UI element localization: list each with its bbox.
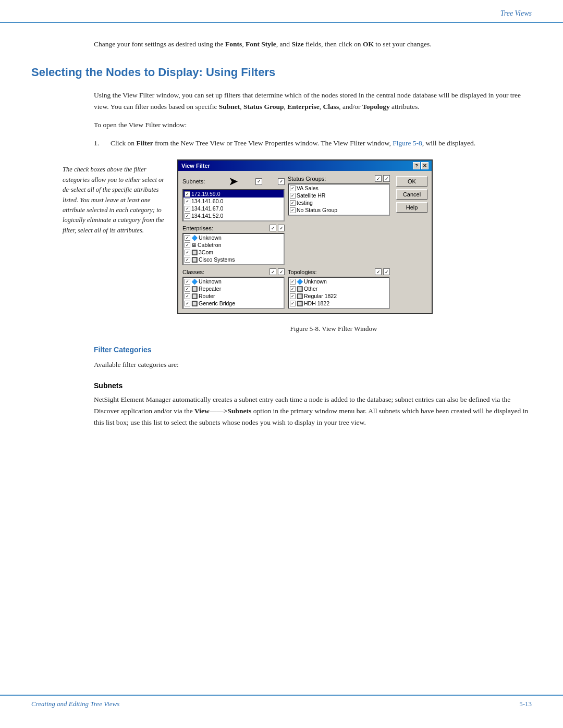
cls-item-2[interactable]: 🔲 Repeater xyxy=(183,285,284,292)
footer-page-number: 5-13 xyxy=(519,700,532,708)
vfw-status-list[interactable]: VA Sales Satellite HR testing xyxy=(288,183,390,216)
vfw-status-header: Status Groups: xyxy=(288,175,390,182)
figure-link[interactable]: Figure 5-8 xyxy=(393,139,422,147)
stat-item-cb-4[interactable] xyxy=(290,207,296,213)
cls-item-1[interactable]: 🔷 Unknown xyxy=(183,278,284,285)
stat-item-3[interactable]: testing xyxy=(289,199,389,206)
vfw-left-col: Subnets: ➤ xyxy=(182,175,285,309)
cls-item-cb-1[interactable] xyxy=(185,279,190,285)
cls-item-cb-4[interactable] xyxy=(185,301,190,306)
subnet-cb1[interactable] xyxy=(255,178,262,185)
cls-item-cb-2[interactable] xyxy=(185,286,190,292)
vfw-enterprises-checks xyxy=(270,225,285,231)
subnet-item-1[interactable]: 172.19.59.0 xyxy=(183,190,284,198)
top-cb2[interactable] xyxy=(383,268,390,275)
body-paragraph-1: Using the View Filter window, you can se… xyxy=(94,90,532,113)
available-text: Available filter categories are: xyxy=(94,359,532,371)
cls-cb2[interactable] xyxy=(278,268,285,275)
step-number: 1. xyxy=(94,138,104,149)
header-title: Tree Views xyxy=(500,9,532,18)
cls-item-3[interactable]: 🔲 Router xyxy=(183,292,284,300)
vfw-enterprises-panel: Enterprises: 🔷 Unknown xyxy=(182,225,285,265)
vfw-title: View Filter xyxy=(181,163,210,169)
figure-area: The check boxes above the filter categor… xyxy=(63,159,532,314)
vfw-right-col: Status Groups: VA Sales xyxy=(288,175,390,309)
ent-item-cb-4[interactable] xyxy=(185,257,190,263)
vfw-topologies-header: Topologies: xyxy=(288,268,390,275)
cls-item-4[interactable]: 🔲 Generic Bridge xyxy=(183,300,284,307)
to-open-text: To open the View Filter window: xyxy=(94,121,532,129)
ent-item-cb-1[interactable] xyxy=(185,235,190,241)
top-item-1[interactable]: 🔷 Unknown xyxy=(289,278,389,285)
vfw-classes-header: Classes: xyxy=(182,268,285,275)
vfw-subnets-list[interactable]: 172.19.59.0 134.141.60.0 134.141.67.0 xyxy=(182,189,285,221)
top-item-cb-3[interactable] xyxy=(290,293,296,299)
cls-item-cb-3[interactable] xyxy=(185,293,190,299)
subnet-item-2[interactable]: 134.141.60.0 xyxy=(183,198,284,205)
subnet-item-cb-2[interactable] xyxy=(185,199,190,204)
figure-note: The check boxes above the filter categor… xyxy=(63,159,167,236)
vfw-status-checks xyxy=(375,175,390,182)
page: Tree Views Change your font settings as … xyxy=(0,0,563,728)
subnet-item-cb-1[interactable] xyxy=(185,191,190,197)
vfw-topologies-panel: Topologies: 🔷 Unknown xyxy=(288,268,390,309)
subnet-item-4[interactable]: 134.141.52.0 xyxy=(183,212,284,219)
vfw-topologies-list[interactable]: 🔷 Unknown 🔲 Other 🔲 xyxy=(288,277,390,309)
subnet-item-cb-4[interactable] xyxy=(185,213,190,219)
vfw-status-label: Status Groups: xyxy=(288,176,326,182)
stat-item-cb-1[interactable] xyxy=(290,186,296,191)
help-button[interactable]: Help xyxy=(396,202,427,213)
stat-item-4[interactable]: No Status Group xyxy=(289,206,389,214)
ent-item-3[interactable]: 🔲 3Com xyxy=(183,249,284,256)
ent-cb2[interactable] xyxy=(278,225,285,231)
ok-button[interactable]: OK xyxy=(396,176,427,187)
vfw-topologies-checks xyxy=(375,268,390,275)
vfw-classes-list[interactable]: 🔷 Unknown 🔲 Repeater xyxy=(182,277,285,309)
cls-cb1[interactable] xyxy=(270,268,276,275)
filter-categories-heading: Filter Categories xyxy=(94,346,532,354)
vfw-close-btn[interactable]: ✕ xyxy=(421,162,429,169)
vfw-action-buttons: OK Cancel Help xyxy=(393,175,427,309)
section-heading: Selecting the Nodes to Display: Using Fi… xyxy=(31,66,532,79)
top-cb1[interactable] xyxy=(375,268,382,275)
top-item-cb-2[interactable] xyxy=(290,286,296,292)
subnet-item-cb-3[interactable] xyxy=(185,206,190,212)
vfw-enterprises-label: Enterprises: xyxy=(182,225,213,231)
vfw-help-btn[interactable]: ? xyxy=(413,162,420,169)
vfw-subnets-panel: Subnets: ➤ xyxy=(182,175,285,221)
vfw-titlebar: View Filter ? ✕ xyxy=(178,161,432,171)
stat-item-1[interactable]: VA Sales xyxy=(289,184,389,192)
vfw-body: Subnets: ➤ xyxy=(178,171,432,313)
top-item-4[interactable]: 🔲 HDH 1822 xyxy=(289,300,389,307)
stat-cb2[interactable] xyxy=(383,175,390,182)
footer-left-text: Creating and Editing Tree Views xyxy=(31,700,119,708)
stat-item-cb-3[interactable] xyxy=(290,200,296,206)
cancel-button[interactable]: Cancel xyxy=(396,189,427,200)
top-item-2[interactable]: 🔲 Other xyxy=(289,285,389,292)
vfw-classes-panel: Classes: 🔷 Unknown xyxy=(182,268,285,309)
ent-item-1[interactable]: 🔷 Unknown xyxy=(183,234,284,241)
vfw-subnets-header: Subnets: ➤ xyxy=(182,175,285,188)
stat-cb1[interactable] xyxy=(375,175,382,182)
vfw-enterprises-header: Enterprises: xyxy=(182,225,285,231)
vfw-status-panel: Status Groups: VA Sales xyxy=(288,175,390,216)
ent-item-cb-3[interactable] xyxy=(185,250,190,255)
vfw-enterprises-list[interactable]: 🔷 Unknown 🖥 Cabletron xyxy=(182,233,285,265)
ent-item-4[interactable]: 🔲 Cisco Systems xyxy=(183,256,284,263)
vfw-topologies-label: Topologies: xyxy=(288,269,317,275)
top-item-3[interactable]: 🔲 Regular 1822 xyxy=(289,292,389,300)
vfw-subnets-label: Subnets: xyxy=(182,178,205,184)
stat-item-2[interactable]: Satellite HR xyxy=(289,192,389,199)
ent-item-2[interactable]: 🖥 Cabletron xyxy=(183,241,284,249)
vfw-titlebar-buttons: ? ✕ xyxy=(413,162,429,169)
subnet-cb2[interactable] xyxy=(278,178,285,185)
ent-item-cb-2[interactable] xyxy=(185,242,190,248)
subnet-item-3[interactable]: 134.141.67.0 xyxy=(183,205,284,212)
top-item-cb-1[interactable] xyxy=(290,279,296,285)
step-text: Click on Filter from the New Tree View o… xyxy=(111,138,475,149)
top-item-cb-4[interactable] xyxy=(290,301,296,306)
step-1: 1. Click on Filter from the New Tree Vie… xyxy=(94,138,532,149)
stat-item-cb-2[interactable] xyxy=(290,193,296,199)
ent-cb1[interactable] xyxy=(270,225,276,231)
intro-paragraph: Change your font settings as desired usi… xyxy=(94,39,532,50)
